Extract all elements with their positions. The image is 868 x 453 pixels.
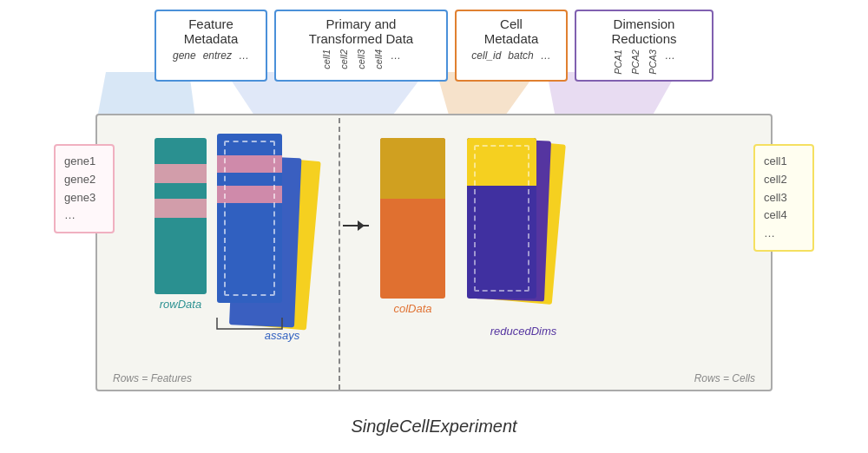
rows-cells-label: Rows = Cells	[694, 372, 755, 384]
feature-metadata-cols: gene entrez …	[165, 49, 257, 62]
diagram: FeatureMetadata gene entrez … Primary an…	[43, 10, 825, 443]
assay-dashed-border	[224, 141, 275, 296]
gene2-label: gene2	[64, 171, 104, 189]
col-dots3: …	[541, 49, 551, 62]
col-batch: batch	[508, 49, 533, 62]
col-cell4-header: cell4	[373, 49, 384, 69]
row-data-section: rowData	[155, 138, 207, 311]
assays-label: assays	[265, 329, 299, 342]
col-pca3: PCA3	[648, 49, 658, 75]
cell4-label: cell4	[764, 207, 804, 225]
rd-dashed-border	[474, 145, 529, 292]
primary-transformed-label: Primary andTransformed Data	[309, 16, 413, 46]
col-data-label: colData	[393, 302, 431, 315]
col-entrez: entrez	[203, 49, 232, 62]
gene3-label: gene3	[64, 189, 104, 207]
rows-features-label: Rows = Features	[113, 372, 192, 384]
row-data-stripes	[155, 164, 207, 218]
col-pca1: PCA1	[613, 49, 623, 75]
gene-list-box: gene1 gene2 gene3 …	[54, 144, 115, 233]
col-cell2-header: cell2	[339, 49, 349, 69]
col-data-section: colData	[380, 138, 445, 315]
primary-transformed-cols: cell1 cell2 cell3 cell4 …	[285, 49, 437, 69]
stripe-pink-1	[155, 164, 207, 183]
gene1-label: gene1	[64, 153, 104, 171]
cell-list-box: cell1 cell2 cell3 cell4 …	[753, 144, 814, 252]
col-dots2: …	[391, 49, 401, 69]
top-boxes: FeatureMetadata gene entrez … Primary an…	[61, 10, 807, 82]
gene-dots: …	[64, 207, 104, 225]
diagram-title: SingleCellExperiment	[43, 417, 825, 437]
reduced-dims-label: reducedDims	[490, 325, 557, 338]
cell-metadata-cols: cell_id batch …	[465, 49, 557, 62]
col-cell-id: cell_id	[471, 49, 501, 62]
dashed-separator	[339, 118, 340, 390]
primary-transformed-box: Primary andTransformed Data cell1 cell2 …	[274, 10, 448, 82]
dimension-reductions-label: DimensionReductions	[611, 16, 676, 46]
col-data-rect	[380, 138, 445, 299]
feature-metadata-box: FeatureMetadata gene entrez …	[155, 10, 267, 82]
col-cell1-header: cell1	[321, 49, 332, 69]
col-cell3-header: cell3	[356, 49, 366, 69]
cell-metadata-label: CellMetadata	[484, 16, 539, 46]
assays-section: assays	[217, 134, 347, 325]
stripe-pink-2	[155, 199, 207, 218]
arrow-right	[343, 225, 369, 226]
cell2-label: cell2	[764, 171, 804, 189]
dim-red-cols: PCA1 PCA2 PCA3 …	[585, 49, 703, 75]
cell-metadata-box: CellMetadata cell_id batch …	[455, 10, 568, 82]
col-top-part	[380, 138, 445, 199]
col-dots4: …	[665, 49, 675, 75]
col-pca2: PCA2	[630, 49, 641, 75]
rd-front	[467, 138, 536, 299]
row-data-label: rowData	[160, 298, 201, 311]
dimension-reductions-box: DimensionReductions PCA1 PCA2 PCA3 …	[575, 10, 713, 82]
cell3-label: cell3	[764, 189, 804, 207]
assay-front	[217, 134, 282, 303]
cell1-label: cell1	[764, 153, 804, 171]
cell-dots: …	[764, 225, 804, 243]
stripe-gap-1	[155, 183, 207, 199]
feature-metadata-label: FeatureMetadata	[184, 16, 239, 46]
col-dots1: …	[239, 49, 249, 62]
reduced-dims-section: reducedDims	[467, 138, 580, 320]
row-data-rect	[155, 138, 207, 294]
col-gene: gene	[173, 49, 196, 62]
